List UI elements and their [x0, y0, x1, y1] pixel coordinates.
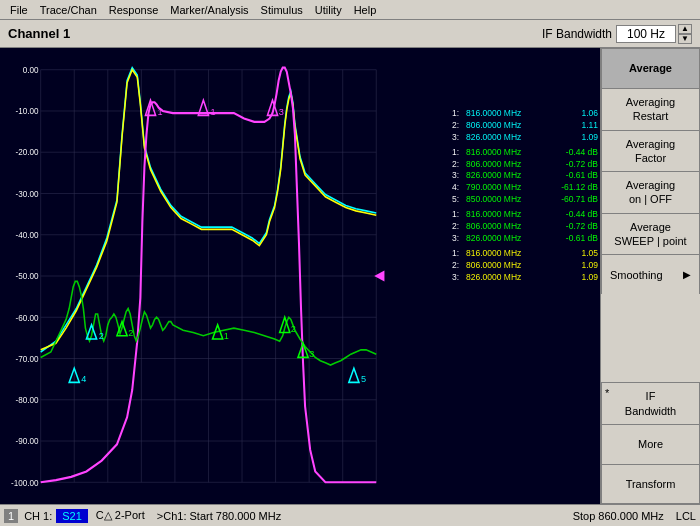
- status-bar: 1 CH 1: S21 C△ 2-Port >Ch1: Start 780.00…: [0, 504, 700, 526]
- menu-help[interactable]: Help: [348, 3, 383, 17]
- svg-text:3: 3: [309, 348, 314, 359]
- btn-if-bandwidth[interactable]: * IFBandwidth: [601, 382, 700, 424]
- svg-text:-70.00: -70.00: [16, 354, 39, 364]
- top-bar: Channel 1 IF Bandwidth 100 Hz ▲ ▼: [0, 20, 700, 48]
- svg-text:-60.00: -60.00: [16, 312, 39, 322]
- menu-response[interactable]: Response: [103, 3, 165, 17]
- menu-marker-analysis[interactable]: Marker/Analysis: [164, 3, 254, 17]
- menu-trace-chan[interactable]: Trace/Chan: [34, 3, 103, 17]
- channel-label: Channel 1: [8, 26, 542, 41]
- svg-text:-80.00: -80.00: [16, 395, 39, 405]
- status-ch-label: CH 1:: [24, 510, 52, 522]
- menu-stimulus[interactable]: Stimulus: [255, 3, 309, 17]
- marker-data-overlay: 1: 816.0000 MHz 1.06 2: 806.0000 MHz 1.1…: [452, 108, 598, 284]
- menu-utility[interactable]: Utility: [309, 3, 348, 17]
- svg-text:-30.00: -30.00: [16, 188, 39, 198]
- status-start-freq: >Ch1: Start 780.000 MHz: [157, 510, 281, 522]
- bw-up-arrow[interactable]: ▲: [678, 24, 692, 34]
- svg-text:1: 1: [158, 106, 163, 117]
- svg-text:-50.00: -50.00: [16, 271, 39, 281]
- if-bandwidth-label: IF Bandwidth: [542, 27, 612, 41]
- bandwidth-arrows: ▲ ▼: [678, 24, 692, 44]
- svg-text:4: 4: [81, 373, 86, 384]
- status-s21-label[interactable]: S21: [56, 509, 88, 523]
- btn-averaging-factor[interactable]: AveragingFactor: [601, 130, 700, 172]
- svg-text:-10.00: -10.00: [16, 106, 39, 116]
- star-marker-icon: *: [605, 386, 609, 400]
- svg-text:3: 3: [279, 106, 284, 117]
- menu-bar: File Trace/Chan Response Marker/Analysis…: [0, 0, 700, 20]
- svg-text:2: 2: [128, 326, 133, 337]
- spacer: [601, 294, 700, 382]
- svg-text:2: 2: [99, 330, 104, 341]
- status-channel-number: 1: [4, 509, 18, 523]
- bw-down-arrow[interactable]: ▼: [678, 34, 692, 44]
- btn-average[interactable]: Average: [601, 48, 700, 88]
- btn-more[interactable]: More: [601, 424, 700, 464]
- svg-text:1: 1: [224, 330, 229, 341]
- chart-container[interactable]: Tr 1 S11 SWR 0.100U/ 1.00U Tr 3 S12 LogM…: [0, 48, 600, 504]
- svg-text:-40.00: -40.00: [16, 230, 39, 240]
- btn-transform[interactable]: Transform: [601, 464, 700, 504]
- btn-average-sweep-point[interactable]: AverageSWEEP | point: [601, 213, 700, 255]
- smoothing-label: Smoothing: [610, 268, 663, 282]
- btn-averaging-restart[interactable]: AveragingRestart: [601, 88, 700, 130]
- status-lcl: LCL: [676, 510, 696, 522]
- svg-text:2: 2: [291, 323, 296, 334]
- svg-text:-100.00: -100.00: [11, 477, 39, 487]
- btn-smoothing[interactable]: Smoothing ▶: [601, 254, 700, 294]
- btn-averaging-onoff[interactable]: Averagingon | OFF: [601, 171, 700, 213]
- svg-text:5: 5: [361, 373, 366, 384]
- right-panel: Average AveragingRestart AveragingFactor…: [600, 48, 700, 504]
- svg-text:1: 1: [211, 106, 216, 117]
- smoothing-arrow-icon: ▶: [683, 268, 691, 281]
- main-area: Tr 1 S11 SWR 0.100U/ 1.00U Tr 3 S12 LogM…: [0, 48, 700, 504]
- svg-text:0.00: 0.00: [23, 65, 39, 75]
- svg-text:-90.00: -90.00: [16, 436, 39, 446]
- status-mode-label: C△ 2-Port: [96, 509, 145, 522]
- status-stop-freq: Stop 860.000 MHz: [573, 510, 664, 522]
- if-bandwidth-value[interactable]: 100 Hz: [616, 25, 676, 43]
- svg-text:-20.00: -20.00: [16, 147, 39, 157]
- menu-file[interactable]: File: [4, 3, 34, 17]
